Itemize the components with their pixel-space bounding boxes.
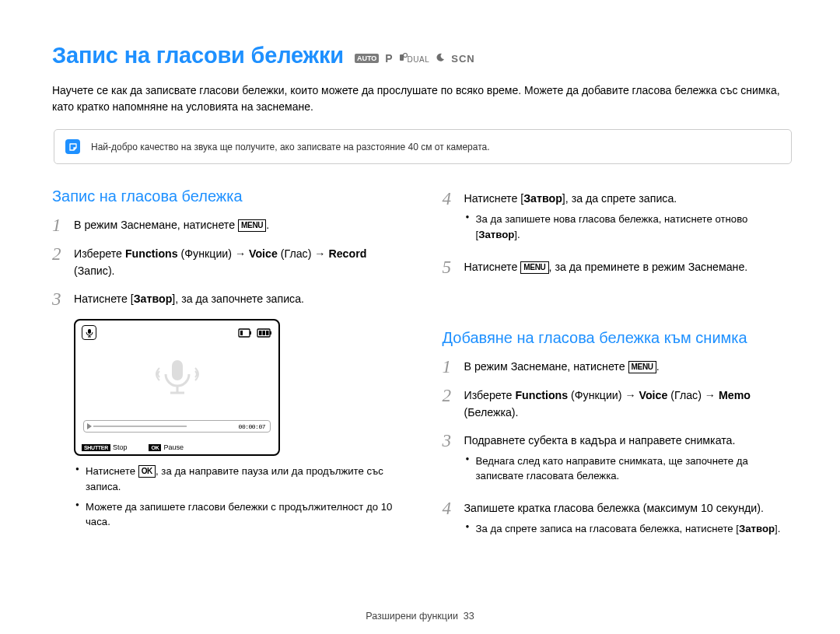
svg-rect-4 — [250, 331, 251, 335]
svg-point-1 — [403, 53, 407, 57]
ok-button-box: OK — [138, 465, 156, 478]
note-box: Най-добро качество на звука ще получите,… — [54, 129, 792, 164]
elapsed-time: 00:00:07 — [239, 423, 265, 430]
dual-mode-badge: DUAL — [400, 53, 430, 65]
svg-rect-5 — [240, 331, 243, 335]
svg-rect-9 — [263, 331, 266, 335]
step-text: Натиснете MENU, за да преминете в режим … — [464, 258, 794, 276]
storage-icon — [238, 328, 252, 338]
p-mode-badge: P — [385, 52, 393, 65]
step-text: Изберете Functions (Функции) → Voice (Гл… — [464, 387, 794, 421]
right-step-4: 4 Натиснете [Затвор], за да спрете запис… — [443, 190, 794, 247]
b-step4-bullets: За да спрете записа на гласовата бележка… — [464, 521, 794, 537]
left-step-2: 2 Изберете Functions (Функции) → Voice (… — [52, 245, 404, 279]
play-icon — [87, 423, 92, 429]
b-step3-bullets: Веднага след като направите снимката, ще… — [464, 454, 794, 485]
step-text: Изберете Functions (Функции) → Voice (Гл… — [74, 245, 404, 279]
scn-mode-badge: SCN — [451, 53, 474, 65]
progress-bar: 00:00:07 — [83, 420, 271, 433]
progress-track — [93, 423, 187, 429]
svg-rect-11 — [172, 360, 183, 380]
step-text: В режим Заснемане, натиснете MENU. — [74, 216, 404, 234]
page-title: Запис на гласови бележки — [52, 43, 344, 68]
note-text: Най-добро качество на звука ще получите,… — [91, 142, 490, 152]
b-step-3: 3 Подравнете субекта в кадъра и направет… — [443, 432, 794, 489]
step-number: 3 — [443, 432, 457, 489]
page: Запис на гласови бележки AUTO P DUAL SCN… — [0, 0, 840, 634]
left-column: Запис на гласова бележка 1 В режим Засне… — [52, 187, 404, 552]
step-number: 2 — [443, 387, 457, 421]
step-number: 4 — [443, 499, 457, 541]
step-text: В режим Заснемане, натиснете MENU. — [464, 358, 794, 376]
svg-rect-2 — [88, 329, 91, 334]
step-text: Натиснете [Затвор], за да спрете записа.… — [464, 190, 794, 247]
left-sub-bullets: Натиснете OK, за да направите пауза или … — [74, 464, 404, 530]
title-line: Запис на гласови бележки AUTO P DUAL SCN — [52, 43, 793, 68]
battery-icons — [238, 328, 272, 338]
step-number: 1 — [443, 358, 457, 376]
columns: Запис на гласова бележка 1 В режим Засне… — [52, 187, 793, 552]
subheading-add-memo: Добавяне на гласова бележка към снимка — [443, 329, 794, 347]
step-text: Натиснете [Затвор], за да започнете запи… — [74, 290, 404, 308]
page-footer: Разширени функции 33 — [0, 611, 840, 622]
b-step-1: 1 В режим Заснемане, натиснете MENU. — [443, 358, 794, 376]
menu-button-box: MENU — [628, 361, 656, 373]
step-text: Подравнете субекта в кадъра и направете … — [464, 432, 794, 489]
svg-rect-10 — [266, 331, 269, 335]
mode-icons: AUTO P DUAL SCN — [355, 52, 475, 65]
step-number: 3 — [52, 290, 66, 308]
bullet: За да запишете нова гласова бележка, нат… — [466, 212, 794, 243]
svg-rect-8 — [259, 331, 262, 335]
dual-icon — [400, 53, 408, 62]
left-step-3: 3 Натиснете [Затвор], за да започнете за… — [52, 290, 404, 308]
microphone-large-icon — [155, 356, 200, 404]
svg-rect-7 — [270, 331, 271, 335]
bullet: Можете да запишете гласови бележки с про… — [75, 499, 404, 531]
intro-text: Научете се как да записвате гласови беле… — [52, 82, 793, 115]
ok-pause-label: OKPause — [149, 443, 183, 451]
step-text: Запишете кратка гласова бележка (максиму… — [464, 499, 794, 541]
lcd-topbar — [82, 325, 272, 340]
shutter-stop-label: SHUTTERStop — [82, 443, 127, 451]
step4-bullets: За да запишете нова гласова бележка, нат… — [464, 212, 794, 243]
b-step-4: 4 Запишете кратка гласова бележка (макси… — [443, 499, 794, 541]
step-number: 1 — [52, 216, 66, 234]
night-mode-icon — [436, 53, 445, 65]
bullet: За да спрете записа на гласовата бележка… — [466, 521, 794, 537]
menu-button-box: MENU — [520, 261, 548, 274]
left-step-1: 1 В режим Заснемане, натиснете MENU. — [52, 216, 404, 234]
right-column: 4 Натиснете [Затвор], за да спрете запис… — [443, 187, 794, 552]
bullet: Натиснете OK, за да направите пауза или … — [75, 464, 404, 495]
lcd-bottombar: SHUTTERStop OKPause — [82, 443, 272, 451]
right-step-5: 5 Натиснете MENU, за да преминете в режи… — [443, 258, 794, 276]
bullet: Веднага след като направите снимката, ще… — [466, 454, 794, 485]
step-number: 2 — [52, 245, 66, 279]
step-number: 5 — [443, 258, 457, 276]
auto-mode-badge: AUTO — [355, 54, 379, 63]
camera-lcd-illustration: 00:00:07 SHUTTERStop OKPause — [74, 319, 280, 456]
battery-icon — [257, 328, 272, 338]
b-step-2: 2 Изберете Functions (Функции) → Voice (… — [443, 387, 794, 421]
mic-indicator-icon — [82, 325, 96, 340]
note-icon — [65, 139, 80, 154]
menu-button-box: MENU — [238, 219, 266, 232]
step-number: 4 — [443, 190, 457, 247]
subheading-record: Запис на гласова бележка — [52, 187, 404, 205]
